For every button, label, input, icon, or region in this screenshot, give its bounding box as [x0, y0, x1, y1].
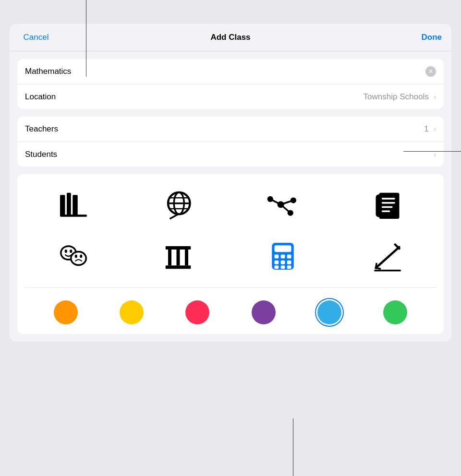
color-section-divider [25, 287, 436, 288]
cancel-button[interactable]: Cancel [19, 33, 53, 42]
color-orange[interactable] [54, 300, 78, 324]
color-yellow[interactable] [120, 300, 144, 324]
svg-line-49 [376, 268, 381, 269]
teachers-row[interactable]: Teachers 1 › [17, 117, 444, 142]
svg-rect-44 [275, 265, 279, 269]
students-row[interactable]: Students › [17, 142, 444, 167]
svg-line-16 [281, 204, 291, 213]
svg-rect-38 [275, 255, 279, 259]
location-value: Township Schools [364, 92, 429, 102]
dialog-title: Add Class [53, 33, 408, 42]
location-chevron-icon: › [434, 93, 436, 101]
color-grid [25, 296, 436, 334]
svg-point-29 [75, 255, 77, 258]
icon-theater[interactable] [25, 235, 122, 278]
location-label: Location [25, 92, 364, 102]
icon-globe[interactable] [130, 184, 227, 227]
svg-rect-1 [67, 193, 71, 216]
svg-rect-3 [60, 214, 87, 216]
svg-line-9 [170, 214, 179, 219]
svg-rect-20 [382, 202, 395, 204]
svg-rect-45 [281, 265, 285, 269]
form-section: Mathematics Location Township Schools › [17, 59, 444, 109]
students-label: Students [25, 150, 432, 159]
icon-network[interactable] [234, 184, 331, 227]
svg-rect-39 [281, 255, 285, 259]
bottom-spacer [10, 334, 451, 342]
svg-rect-17 [379, 193, 400, 219]
add-class-dialog: Cancel Add Class Done Mathematics Locati… [10, 24, 451, 342]
svg-rect-33 [168, 250, 171, 265]
color-purple[interactable] [252, 300, 276, 324]
done-button[interactable]: Done [408, 33, 442, 42]
location-row[interactable]: Location Township Schools › [17, 84, 444, 109]
icon-museum[interactable] [130, 235, 227, 278]
class-name-row: Mathematics [17, 59, 444, 84]
svg-rect-22 [382, 211, 390, 213]
svg-rect-35 [185, 250, 188, 265]
icon-library[interactable] [25, 184, 122, 227]
icon-pencil[interactable] [339, 235, 436, 278]
svg-rect-18 [376, 194, 382, 217]
svg-rect-31 [166, 265, 191, 269]
color-red[interactable] [185, 300, 209, 324]
clear-class-name-button[interactable] [425, 66, 436, 77]
svg-point-28 [72, 252, 85, 264]
roster-section: Teachers 1 › Students › [17, 117, 444, 167]
teachers-label: Teachers [25, 124, 424, 134]
teachers-chevron-icon: › [434, 125, 436, 133]
svg-rect-32 [166, 246, 191, 250]
svg-rect-2 [73, 195, 78, 216]
svg-rect-21 [382, 206, 393, 208]
svg-rect-37 [275, 245, 291, 252]
svg-point-26 [70, 250, 72, 253]
color-green[interactable] [383, 300, 407, 324]
svg-point-30 [80, 255, 82, 258]
svg-rect-0 [60, 195, 65, 216]
teachers-value: 1 [424, 124, 428, 134]
svg-line-48 [395, 245, 400, 249]
svg-point-25 [65, 250, 67, 253]
class-name-input[interactable]: Mathematics [25, 67, 425, 76]
svg-line-51 [376, 250, 395, 268]
icon-scroll[interactable] [339, 184, 436, 227]
icon-calculator[interactable] [234, 235, 331, 278]
svg-rect-34 [177, 250, 180, 265]
svg-rect-42 [281, 261, 285, 264]
svg-rect-43 [287, 261, 291, 264]
icon-grid [25, 184, 436, 287]
svg-rect-41 [275, 261, 279, 264]
color-blue[interactable] [317, 300, 341, 324]
svg-rect-46 [287, 265, 291, 269]
svg-rect-40 [287, 255, 291, 259]
dialog-header: Cancel Add Class Done [10, 24, 451, 51]
icons-colors-section [17, 174, 444, 334]
svg-rect-19 [382, 198, 395, 200]
